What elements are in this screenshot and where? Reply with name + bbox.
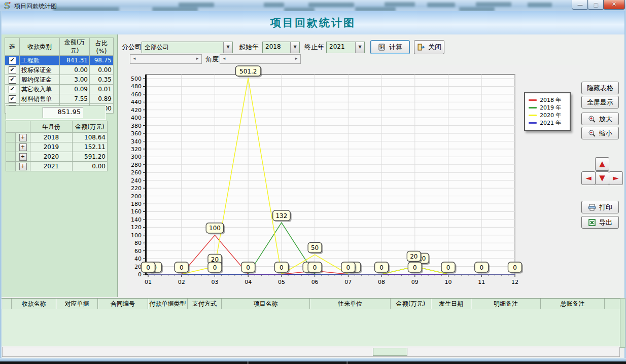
export-button[interactable]: 导出 (581, 216, 619, 229)
data-label: 0 (441, 262, 457, 274)
y-axis (145, 75, 147, 275)
start-year-label: 起始年 (239, 43, 259, 52)
year-row[interactable]: +2019152.11 (6, 142, 108, 152)
year-table: 年月份金额(万元) +2018108.64+2019152.11+2020591… (6, 121, 108, 171)
zoom-out-label: 缩小 (599, 129, 612, 138)
year-row[interactable]: +20210.00 (6, 162, 108, 171)
legend-swatch (529, 115, 537, 116)
y-tick-label: 160 (131, 208, 142, 215)
zoom-in-label: 放大 (599, 115, 612, 124)
calculator-icon (378, 43, 386, 51)
y-tick-label: 500 (131, 76, 142, 82)
chevron-down-icon[interactable]: ▼ (223, 42, 232, 53)
close-window-button[interactable]: ✕ (603, 0, 625, 10)
plot-area (146, 75, 515, 274)
background-window-blur (476, 2, 511, 7)
minimize-button[interactable]: — (572, 0, 588, 10)
data-label: 0 (475, 262, 490, 274)
pan-left-button[interactable]: ◄ (581, 171, 596, 185)
row-checkbox[interactable]: ✔ (9, 95, 16, 103)
category-percent: 0.89 (90, 94, 114, 104)
y-tick-label: 60 (134, 248, 142, 254)
row-checkbox[interactable]: ✔ (9, 76, 16, 84)
year-row[interactable]: +2018108.64 (6, 133, 108, 142)
row-checkbox[interactable]: ✔ (9, 57, 16, 64)
zoom-out-button[interactable]: 缩小 (581, 127, 619, 139)
svg-text:0: 0 (446, 264, 450, 271)
start-year-select[interactable]: 2018 ▼ (262, 42, 300, 53)
background-strip (0, 361, 626, 364)
scroll-left-icon[interactable]: ◂ (220, 55, 228, 63)
pan-up-button[interactable]: ▲ (595, 157, 609, 171)
print-button[interactable]: 打印 (581, 201, 619, 213)
h-scrollbar-left[interactable]: ◂ ▸ (130, 54, 202, 64)
year-row[interactable]: +2020591.20 (6, 152, 108, 162)
category-name: 其它收入单 (20, 85, 60, 94)
year-value: 2019 (30, 142, 73, 152)
fullscreen-button[interactable]: 全屏显示 (581, 96, 619, 108)
category-row[interactable]: ✔投标保证金0.000.00 (5, 65, 114, 75)
detail-table-vscroll[interactable] (620, 298, 625, 348)
right-arrow-icon: ► (613, 174, 619, 182)
category-row[interactable]: ✔工程款841.3198.75 (5, 56, 114, 65)
pan-right-button[interactable]: ► (609, 171, 623, 185)
down-arrow-icon: ▼ (599, 174, 605, 182)
legend-swatch (529, 99, 537, 101)
category-name: 投标保证金 (20, 65, 60, 75)
expand-plus-button[interactable]: + (19, 153, 27, 161)
company-label: 分公司 (122, 43, 142, 52)
svg-text:0: 0 (280, 264, 284, 271)
category-row[interactable]: ✔其它收入单0.090.01 (5, 85, 114, 94)
category-row[interactable]: ✔履约保证金3.000.35 (5, 75, 114, 85)
data-label: 501.2 (235, 66, 262, 78)
legend-item: 2019 年 (529, 104, 566, 112)
legend-swatch (529, 107, 537, 108)
detail-col-header: 收款名称 (12, 299, 56, 309)
x-tick-label: 03 (211, 279, 218, 285)
detail-table-hscroll[interactable] (2, 347, 620, 357)
close-label: 关闭 (428, 43, 441, 52)
scroll-right-icon[interactable]: ▸ (193, 55, 201, 63)
detail-table-body (2, 309, 624, 346)
pan-down-button[interactable]: ▼ (595, 171, 609, 185)
year-col-header: 年月份 (30, 121, 73, 133)
y-tick-label: 240 (131, 177, 142, 184)
svg-text:0: 0 (513, 264, 517, 271)
hide-table-button[interactable]: 隐藏表格 (581, 82, 619, 94)
detail-col-header: 付款单据类型 (148, 299, 188, 309)
detail-col-header: 总账备注 (541, 299, 605, 309)
fullscreen-label: 全屏显示 (587, 98, 613, 107)
category-percent: 98.75 (90, 56, 114, 65)
y-tick-label: 400 (131, 115, 142, 121)
expand-plus-button[interactable]: + (19, 143, 27, 151)
legend-label: 2020 年 (540, 112, 562, 119)
end-year-select[interactable]: 2021 ▼ (326, 42, 365, 53)
row-checkbox[interactable]: ✔ (9, 86, 16, 93)
y-tick-label: 20 (134, 264, 142, 270)
expand-plus-button[interactable]: + (19, 163, 27, 170)
company-select[interactable]: 全部公司 ▼ (142, 42, 233, 53)
chevron-down-icon[interactable]: ▼ (290, 42, 299, 53)
hscroll-thumb[interactable] (373, 348, 407, 356)
legend-item: 2020 年 (529, 112, 566, 119)
chart-legend: 2018 年2019 年2020 年2021 年 (524, 92, 571, 131)
category-name: 材料销售单 (20, 94, 60, 104)
h-scrollbar-angle[interactable]: ◂ ▸ (220, 54, 301, 64)
close-button[interactable]: 关闭 (414, 40, 444, 54)
x-tick-label: 05 (278, 279, 285, 285)
category-row[interactable]: ✔材料销售单7.550.89 (5, 94, 114, 104)
expand-plus-button[interactable]: + (19, 134, 27, 141)
row-checkbox[interactable]: ✔ (9, 66, 16, 74)
maximize-button[interactable]: ▢ (587, 0, 604, 10)
x-tick-label: 04 (245, 279, 252, 285)
calculate-button[interactable]: 计算 (370, 40, 410, 54)
scroll-left-icon[interactable]: ◂ (130, 55, 138, 63)
scroll-right-icon[interactable]: ▸ (292, 55, 300, 63)
year-value: 2020 (30, 152, 73, 162)
zoom-in-button[interactable]: 放大 (581, 113, 619, 125)
chevron-down-icon[interactable]: ▼ (355, 42, 364, 53)
legend-item: 2021 年 (529, 119, 566, 127)
data-label: 0 (241, 262, 257, 274)
end-year-value: 2021 (327, 42, 355, 53)
page-banner: 项目回款统计图 (2, 11, 624, 35)
